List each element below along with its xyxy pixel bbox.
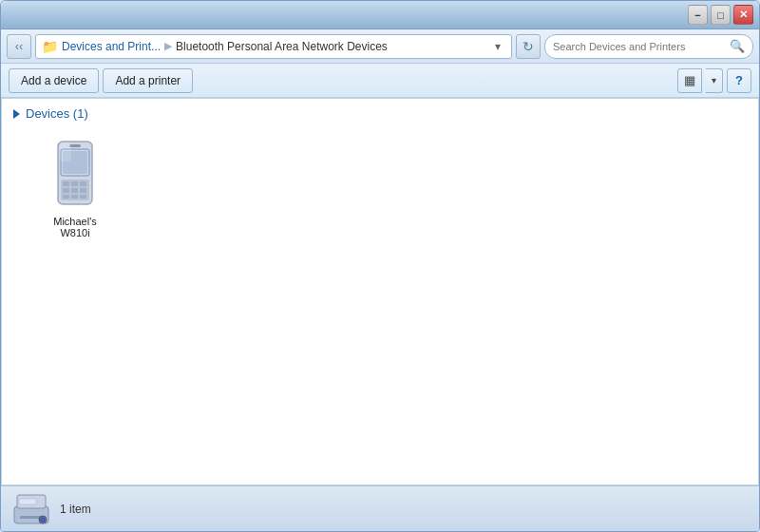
main-content: Devices (1) (1, 98, 759, 485)
breadcrumb-current: Bluetooth Personal Area Network Devices (176, 40, 388, 53)
svg-rect-12 (80, 195, 86, 199)
add-printer-button[interactable]: Add a printer (103, 68, 193, 93)
breadcrumb-dropdown-button[interactable]: ▾ (490, 35, 505, 58)
svg-point-20 (42, 519, 44, 521)
phone-svg (52, 140, 98, 208)
back-button[interactable]: ‹‹ (7, 34, 31, 59)
window-controls: − □ ✕ (688, 5, 753, 25)
view-dropdown-button[interactable]: ▾ (706, 68, 723, 93)
minimize-button[interactable]: − (688, 5, 708, 25)
close-button[interactable]: ✕ (733, 5, 753, 25)
add-device-button[interactable]: Add a device (9, 68, 99, 93)
main-window: − □ ✕ ‹‹ 📁 Devices and Print... ▶ Blueto… (0, 0, 760, 532)
status-bar: 1 item (1, 485, 759, 531)
devices-grid: Michael's W810i (13, 130, 747, 244)
search-icon[interactable]: 🔍 (730, 39, 745, 53)
device-item[interactable]: Michael's W810i (32, 130, 118, 244)
nav-buttons: ‹‹ (7, 34, 31, 59)
status-device-icon (12, 491, 50, 527)
device-icon (45, 136, 105, 212)
breadcrumb-icon: 📁 (42, 39, 58, 54)
help-button[interactable]: ? (727, 68, 751, 93)
breadcrumb-bar: 📁 Devices and Print... ▶ Bluetooth Perso… (35, 34, 512, 59)
svg-rect-5 (71, 181, 78, 186)
svg-rect-9 (80, 188, 86, 193)
view-button[interactable]: ▦ (677, 68, 702, 93)
svg-rect-14 (60, 142, 71, 162)
address-bar: ‹‹ 📁 Devices and Print... ▶ Bluetooth Pe… (1, 29, 759, 64)
svg-rect-4 (63, 181, 69, 186)
maximize-button[interactable]: □ (711, 5, 731, 25)
add-device-label: Add a device (21, 74, 86, 87)
device-name: Michael's W810i (38, 216, 112, 238)
status-count: 1 item (60, 503, 91, 516)
devices-section-header[interactable]: Devices (1) (13, 106, 747, 121)
toolbar: Add a device Add a printer ▦ ▾ ? (1, 64, 759, 98)
add-printer-label: Add a printer (115, 74, 180, 87)
title-bar: − □ ✕ (1, 1, 759, 29)
breadcrumb-root[interactable]: Devices and Print... (62, 40, 161, 53)
svg-rect-21 (19, 499, 36, 504)
svg-rect-10 (63, 195, 69, 199)
refresh-button[interactable]: ↻ (516, 34, 541, 59)
svg-rect-11 (71, 195, 78, 199)
status-icon (12, 490, 50, 528)
svg-rect-8 (71, 188, 78, 193)
section-collapse-icon (13, 109, 20, 119)
breadcrumb-separator: ▶ (164, 40, 172, 52)
search-input[interactable] (553, 41, 726, 52)
svg-rect-7 (63, 188, 69, 193)
svg-rect-6 (80, 181, 86, 186)
section-title: Devices (1) (26, 106, 88, 121)
search-bar: 🔍 (544, 34, 753, 59)
